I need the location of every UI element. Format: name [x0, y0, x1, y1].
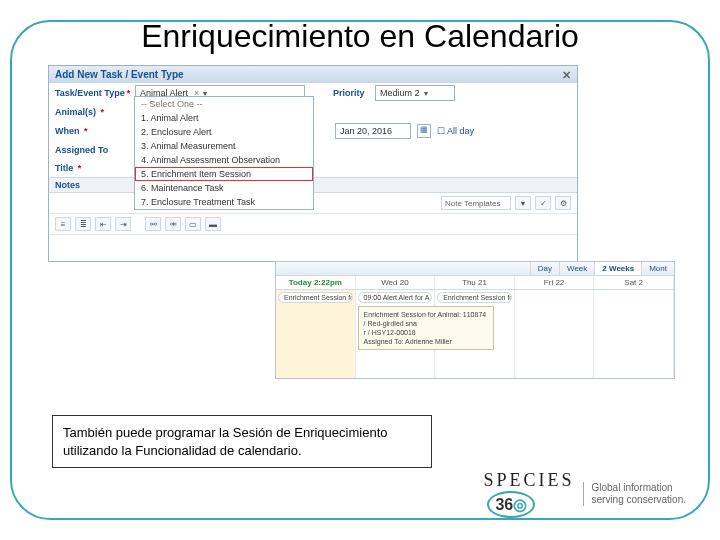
- tab-week[interactable]: Week: [559, 262, 594, 275]
- logo-brand: SPECIES 36◎: [483, 470, 574, 518]
- gear-icon[interactable]: ⚙: [555, 196, 571, 210]
- caret-icon[interactable]: ▾: [515, 196, 531, 210]
- dialog-title: Add New Task / Event Type: [55, 69, 184, 80]
- format-toolbar: ≡ ≣ ⇤ ⇥ ⚯ ⚮ ▭ ▬: [49, 214, 577, 235]
- tab-day[interactable]: Day: [530, 262, 559, 275]
- type-dropdown: -- Select One -- 1. Animal Alert 2. Encl…: [134, 96, 314, 210]
- close-icon[interactable]: ✕: [559, 68, 573, 82]
- dropdown-item[interactable]: 4. Animal Assessment Observation: [135, 153, 313, 167]
- calendar-column[interactable]: 09:00 Alert Alert for A Enrichment Sessi…: [356, 290, 436, 378]
- dropdown-item[interactable]: 6. Maintenance Task: [135, 181, 313, 195]
- slide-title: Enriquecimiento en Calendario: [0, 18, 720, 55]
- event-pill[interactable]: Enrichment Session fo: [278, 292, 353, 303]
- tab-month[interactable]: Mont: [641, 262, 674, 275]
- calendar-panel: Day Week 2 Weeks Mont Today 2:22pm Wed 2…: [275, 261, 675, 379]
- tab-2weeks[interactable]: 2 Weeks: [594, 262, 641, 275]
- outdent-icon[interactable]: ⇤: [95, 217, 111, 231]
- logo-tagline: Global information serving conservation.: [583, 482, 687, 506]
- check-icon[interactable]: ✓: [535, 196, 551, 210]
- day-header: Thu 21: [435, 276, 515, 289]
- calendar-tabs: Day Week 2 Weeks Mont: [276, 262, 674, 276]
- calendar-icon[interactable]: ▦: [417, 124, 431, 138]
- list-icon[interactable]: ≡: [55, 217, 71, 231]
- caption-line: También puede programar la Sesión de Enr…: [63, 424, 421, 442]
- dropdown-item[interactable]: 3. Animal Measurement: [135, 139, 313, 153]
- dropdown-item[interactable]: 1. Animal Alert: [135, 111, 313, 125]
- day-header: Wed 20: [356, 276, 436, 289]
- event-pill[interactable]: 09:00 Alert Alert for A: [358, 292, 433, 303]
- allday-checkbox[interactable]: ☐ All day: [437, 126, 474, 136]
- notes-textarea[interactable]: [49, 235, 577, 261]
- link-icon[interactable]: ⚯: [145, 217, 161, 231]
- note-templates-select[interactable]: Note Templates: [441, 196, 511, 210]
- day-header: Fri 22: [515, 276, 595, 289]
- event-pill[interactable]: Enrichment Session for: [437, 292, 512, 303]
- day-header-today: Today 2:22pm: [276, 276, 356, 289]
- label-type: Task/Event Type*: [55, 88, 135, 98]
- calendar-day-headers: Today 2:22pm Wed 20 Thu 21 Fri 22 Sat 2: [276, 276, 674, 290]
- dropdown-item[interactable]: 2. Enclosure Alert: [135, 125, 313, 139]
- priority-select[interactable]: Medium 2▾: [375, 85, 455, 101]
- dropdown-item-highlighted[interactable]: 5. Enrichment Item Session: [135, 167, 313, 181]
- logo-360-icon: 36◎: [487, 491, 535, 518]
- indent-icon[interactable]: ⇥: [115, 217, 131, 231]
- caption-box: También puede programar la Sesión de Enr…: [52, 415, 432, 468]
- label-animals: Animal(s) *: [55, 107, 135, 117]
- dropdown-placeholder[interactable]: -- Select One --: [135, 97, 313, 111]
- calendar-column[interactable]: [594, 290, 674, 378]
- calendar-column-today[interactable]: Enrichment Session fo: [276, 290, 356, 378]
- dialog-header: Add New Task / Event Type ✕: [49, 66, 577, 83]
- label-when: When *: [55, 126, 135, 136]
- caption-line: utilizando la Funcionalidad de calendari…: [63, 442, 421, 460]
- event-tooltip: Enrichment Session for Animal: 110874 / …: [358, 306, 495, 350]
- unlink-icon[interactable]: ⚮: [165, 217, 181, 231]
- save-icon[interactable]: ▬: [205, 217, 221, 231]
- image-icon[interactable]: ▭: [185, 217, 201, 231]
- list-icon[interactable]: ≣: [75, 217, 91, 231]
- label-assigned: Assigned To: [55, 145, 135, 155]
- chevron-down-icon: ▾: [424, 89, 428, 98]
- day-header: Sat 2: [594, 276, 674, 289]
- label-title: Title *: [55, 163, 135, 173]
- label-priority: Priority: [333, 88, 375, 98]
- date-field[interactable]: Jan 20, 2016: [335, 123, 411, 139]
- dropdown-item[interactable]: 7. Enclosure Treatment Task: [135, 195, 313, 209]
- calendar-body: Enrichment Session fo 09:00 Alert Alert …: [276, 290, 674, 378]
- logo: SPECIES 36◎ Global information serving c…: [483, 470, 686, 518]
- calendar-column[interactable]: [515, 290, 595, 378]
